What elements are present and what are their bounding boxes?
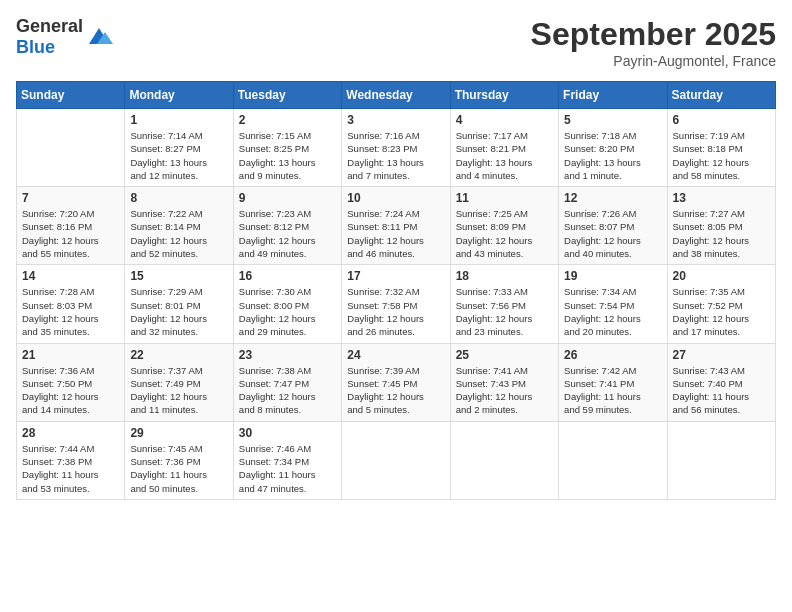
day-info: Sunrise: 7:45 AMSunset: 7:36 PMDaylight:…	[130, 442, 227, 495]
logo-general: General	[16, 16, 83, 36]
logo-blue: Blue	[16, 37, 55, 57]
calendar-cell: 13Sunrise: 7:27 AMSunset: 8:05 PMDayligh…	[667, 187, 775, 265]
calendar-cell	[17, 109, 125, 187]
calendar-cell: 18Sunrise: 7:33 AMSunset: 7:56 PMDayligh…	[450, 265, 558, 343]
day-number: 15	[130, 269, 227, 283]
calendar-cell: 29Sunrise: 7:45 AMSunset: 7:36 PMDayligh…	[125, 421, 233, 499]
day-number: 27	[673, 348, 770, 362]
calendar-cell: 5Sunrise: 7:18 AMSunset: 8:20 PMDaylight…	[559, 109, 667, 187]
day-number: 21	[22, 348, 119, 362]
calendar-cell	[559, 421, 667, 499]
day-info: Sunrise: 7:38 AMSunset: 7:47 PMDaylight:…	[239, 364, 336, 417]
day-number: 6	[673, 113, 770, 127]
day-info: Sunrise: 7:46 AMSunset: 7:34 PMDaylight:…	[239, 442, 336, 495]
logo-text: General Blue	[16, 16, 83, 58]
day-info: Sunrise: 7:44 AMSunset: 7:38 PMDaylight:…	[22, 442, 119, 495]
day-info: Sunrise: 7:41 AMSunset: 7:43 PMDaylight:…	[456, 364, 553, 417]
day-number: 13	[673, 191, 770, 205]
calendar-cell: 1Sunrise: 7:14 AMSunset: 8:27 PMDaylight…	[125, 109, 233, 187]
day-info: Sunrise: 7:43 AMSunset: 7:40 PMDaylight:…	[673, 364, 770, 417]
day-info: Sunrise: 7:32 AMSunset: 7:58 PMDaylight:…	[347, 285, 444, 338]
day-info: Sunrise: 7:17 AMSunset: 8:21 PMDaylight:…	[456, 129, 553, 182]
day-info: Sunrise: 7:27 AMSunset: 8:05 PMDaylight:…	[673, 207, 770, 260]
day-info: Sunrise: 7:36 AMSunset: 7:50 PMDaylight:…	[22, 364, 119, 417]
day-number: 28	[22, 426, 119, 440]
calendar-week-row: 14Sunrise: 7:28 AMSunset: 8:03 PMDayligh…	[17, 265, 776, 343]
calendar-cell: 17Sunrise: 7:32 AMSunset: 7:58 PMDayligh…	[342, 265, 450, 343]
day-info: Sunrise: 7:34 AMSunset: 7:54 PMDaylight:…	[564, 285, 661, 338]
calendar-cell	[342, 421, 450, 499]
calendar-cell: 22Sunrise: 7:37 AMSunset: 7:49 PMDayligh…	[125, 343, 233, 421]
day-number: 11	[456, 191, 553, 205]
day-info: Sunrise: 7:24 AMSunset: 8:11 PMDaylight:…	[347, 207, 444, 260]
calendar-header-row: SundayMondayTuesdayWednesdayThursdayFrid…	[17, 82, 776, 109]
day-number: 20	[673, 269, 770, 283]
day-info: Sunrise: 7:14 AMSunset: 8:27 PMDaylight:…	[130, 129, 227, 182]
calendar-cell: 4Sunrise: 7:17 AMSunset: 8:21 PMDaylight…	[450, 109, 558, 187]
calendar-week-row: 7Sunrise: 7:20 AMSunset: 8:16 PMDaylight…	[17, 187, 776, 265]
day-number: 18	[456, 269, 553, 283]
calendar-cell: 10Sunrise: 7:24 AMSunset: 8:11 PMDayligh…	[342, 187, 450, 265]
day-info: Sunrise: 7:16 AMSunset: 8:23 PMDaylight:…	[347, 129, 444, 182]
calendar-cell: 11Sunrise: 7:25 AMSunset: 8:09 PMDayligh…	[450, 187, 558, 265]
day-info: Sunrise: 7:26 AMSunset: 8:07 PMDaylight:…	[564, 207, 661, 260]
day-number: 26	[564, 348, 661, 362]
page-header: General Blue September 2025 Payrin-Augmo…	[16, 16, 776, 69]
calendar-cell: 20Sunrise: 7:35 AMSunset: 7:52 PMDayligh…	[667, 265, 775, 343]
location-title: Payrin-Augmontel, France	[531, 53, 776, 69]
day-info: Sunrise: 7:20 AMSunset: 8:16 PMDaylight:…	[22, 207, 119, 260]
calendar-cell: 16Sunrise: 7:30 AMSunset: 8:00 PMDayligh…	[233, 265, 341, 343]
day-info: Sunrise: 7:22 AMSunset: 8:14 PMDaylight:…	[130, 207, 227, 260]
calendar-cell: 23Sunrise: 7:38 AMSunset: 7:47 PMDayligh…	[233, 343, 341, 421]
calendar-cell: 3Sunrise: 7:16 AMSunset: 8:23 PMDaylight…	[342, 109, 450, 187]
day-number: 10	[347, 191, 444, 205]
calendar-cell: 7Sunrise: 7:20 AMSunset: 8:16 PMDaylight…	[17, 187, 125, 265]
calendar-week-row: 28Sunrise: 7:44 AMSunset: 7:38 PMDayligh…	[17, 421, 776, 499]
day-info: Sunrise: 7:29 AMSunset: 8:01 PMDaylight:…	[130, 285, 227, 338]
day-number: 9	[239, 191, 336, 205]
logo: General Blue	[16, 16, 113, 58]
day-number: 5	[564, 113, 661, 127]
calendar-cell: 14Sunrise: 7:28 AMSunset: 8:03 PMDayligh…	[17, 265, 125, 343]
day-info: Sunrise: 7:42 AMSunset: 7:41 PMDaylight:…	[564, 364, 661, 417]
day-number: 22	[130, 348, 227, 362]
day-number: 7	[22, 191, 119, 205]
day-of-week-header: Monday	[125, 82, 233, 109]
day-info: Sunrise: 7:33 AMSunset: 7:56 PMDaylight:…	[456, 285, 553, 338]
calendar-cell	[450, 421, 558, 499]
calendar-cell: 2Sunrise: 7:15 AMSunset: 8:25 PMDaylight…	[233, 109, 341, 187]
day-info: Sunrise: 7:18 AMSunset: 8:20 PMDaylight:…	[564, 129, 661, 182]
day-info: Sunrise: 7:25 AMSunset: 8:09 PMDaylight:…	[456, 207, 553, 260]
day-info: Sunrise: 7:15 AMSunset: 8:25 PMDaylight:…	[239, 129, 336, 182]
logo-icon	[85, 26, 113, 48]
day-of-week-header: Tuesday	[233, 82, 341, 109]
day-info: Sunrise: 7:39 AMSunset: 7:45 PMDaylight:…	[347, 364, 444, 417]
day-info: Sunrise: 7:37 AMSunset: 7:49 PMDaylight:…	[130, 364, 227, 417]
calendar-cell: 15Sunrise: 7:29 AMSunset: 8:01 PMDayligh…	[125, 265, 233, 343]
title-block: September 2025 Payrin-Augmontel, France	[531, 16, 776, 69]
day-number: 1	[130, 113, 227, 127]
day-info: Sunrise: 7:23 AMSunset: 8:12 PMDaylight:…	[239, 207, 336, 260]
day-info: Sunrise: 7:35 AMSunset: 7:52 PMDaylight:…	[673, 285, 770, 338]
day-of-week-header: Sunday	[17, 82, 125, 109]
day-of-week-header: Wednesday	[342, 82, 450, 109]
day-number: 3	[347, 113, 444, 127]
calendar-cell: 6Sunrise: 7:19 AMSunset: 8:18 PMDaylight…	[667, 109, 775, 187]
calendar-table: SundayMondayTuesdayWednesdayThursdayFrid…	[16, 81, 776, 500]
day-of-week-header: Thursday	[450, 82, 558, 109]
day-number: 17	[347, 269, 444, 283]
calendar-cell: 24Sunrise: 7:39 AMSunset: 7:45 PMDayligh…	[342, 343, 450, 421]
day-info: Sunrise: 7:30 AMSunset: 8:00 PMDaylight:…	[239, 285, 336, 338]
day-of-week-header: Saturday	[667, 82, 775, 109]
calendar-cell: 28Sunrise: 7:44 AMSunset: 7:38 PMDayligh…	[17, 421, 125, 499]
day-info: Sunrise: 7:19 AMSunset: 8:18 PMDaylight:…	[673, 129, 770, 182]
day-number: 25	[456, 348, 553, 362]
calendar-week-row: 21Sunrise: 7:36 AMSunset: 7:50 PMDayligh…	[17, 343, 776, 421]
day-number: 24	[347, 348, 444, 362]
calendar-cell: 30Sunrise: 7:46 AMSunset: 7:34 PMDayligh…	[233, 421, 341, 499]
day-info: Sunrise: 7:28 AMSunset: 8:03 PMDaylight:…	[22, 285, 119, 338]
day-number: 8	[130, 191, 227, 205]
day-number: 2	[239, 113, 336, 127]
calendar-cell	[667, 421, 775, 499]
calendar-cell: 26Sunrise: 7:42 AMSunset: 7:41 PMDayligh…	[559, 343, 667, 421]
